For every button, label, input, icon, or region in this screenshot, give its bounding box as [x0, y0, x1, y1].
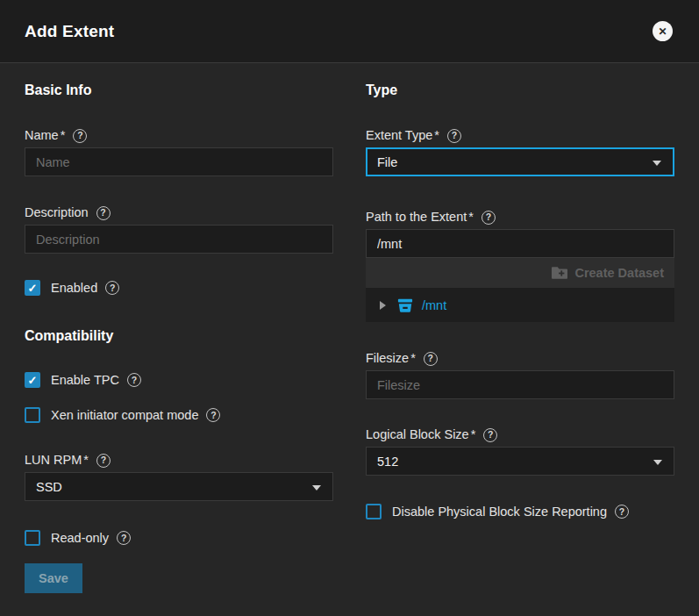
filesize-input[interactable] [366, 370, 674, 399]
check-icon: ✓ [28, 283, 38, 294]
dialog-title: Add Extent [25, 22, 114, 41]
help-icon[interactable]: ? [483, 428, 497, 442]
read-only-label: Read-only [51, 531, 109, 545]
read-only-checkbox[interactable] [25, 530, 40, 546]
help-icon[interactable]: ? [73, 129, 87, 143]
help-icon[interactable]: ? [424, 352, 438, 366]
required-marker: * [83, 452, 89, 469]
path-file-browser: Create Dataset /mnt [366, 226, 674, 322]
logical-block-size-label: Logical Block Size* ? [366, 426, 674, 443]
chevron-down-icon [653, 460, 662, 465]
required-marker: * [410, 350, 416, 367]
create-dataset-label: Create Dataset [574, 266, 664, 280]
help-icon[interactable]: ? [615, 505, 629, 519]
check-icon: ✓ [28, 375, 38, 386]
required-marker: * [61, 127, 66, 144]
add-extent-dialog: Add Extent ✕ Basic Info Name* ? Descript… [0, 0, 699, 616]
left-column: Basic Info Name* ? Description ? ✓ Enabl… [25, 82, 333, 593]
xen-compat-checkbox-row[interactable]: Xen initiator compat mode ? [25, 407, 333, 423]
name-input[interactable] [25, 147, 333, 176]
dataset-icon [396, 297, 414, 313]
help-icon[interactable]: ? [96, 454, 111, 468]
read-only-checkbox-row[interactable]: Read-only ? [25, 530, 333, 546]
help-icon[interactable]: ? [117, 531, 131, 545]
chevron-down-icon [312, 485, 321, 491]
logical-block-size-value: 512 [377, 455, 398, 469]
lun-rpm-value: SSD [36, 480, 62, 494]
tree-item-label[interactable]: /mnt [422, 298, 446, 312]
tree-row-mnt[interactable]: /mnt [366, 288, 674, 322]
type-heading: Type [366, 82, 674, 98]
description-input[interactable] [25, 225, 333, 254]
extent-type-label: Extent Type* ? [366, 127, 674, 144]
xen-compat-checkbox[interactable] [25, 407, 40, 423]
right-column: Type Extent Type* ? File Path to the Ext… [366, 82, 674, 593]
logical-block-size-select[interactable]: 512 [366, 447, 674, 476]
dialog-content: Basic Info Name* ? Description ? ✓ Enabl… [0, 63, 699, 593]
enabled-checkbox-row[interactable]: ✓ Enabled ? [25, 280, 333, 296]
help-icon[interactable]: ? [447, 129, 461, 143]
required-marker: * [434, 127, 439, 144]
disable-pbs-checkbox-row[interactable]: Disable Physical Block Size Reporting ? [366, 504, 674, 519]
create-dataset-button[interactable]: Create Dataset [552, 266, 664, 280]
basic-info-heading: Basic Info [25, 82, 333, 98]
lun-rpm-label: LUN RPM* ? [25, 452, 333, 469]
enable-tpc-checkbox[interactable]: ✓ [25, 372, 40, 388]
path-input[interactable] [366, 229, 674, 258]
required-marker: * [468, 209, 474, 226]
xen-compat-label: Xen initiator compat mode [51, 408, 198, 422]
folder-plus-icon [552, 266, 567, 280]
name-label: Name* ? [25, 127, 333, 144]
extent-type-select[interactable]: File [366, 147, 674, 176]
filesize-label: Filesize* ? [366, 350, 674, 367]
lun-rpm-select[interactable]: SSD [25, 472, 333, 501]
description-label: Description ? [25, 204, 333, 221]
close-icon[interactable]: ✕ [653, 21, 673, 41]
enabled-checkbox[interactable]: ✓ [25, 280, 40, 296]
expander-icon[interactable] [380, 301, 386, 310]
dialog-header: Add Extent ✕ [0, 0, 699, 63]
help-icon[interactable]: ? [105, 281, 119, 295]
path-label: Path to the Extent* ? [366, 209, 674, 226]
enable-tpc-checkbox-row[interactable]: ✓ Enable TPC ? [25, 372, 333, 388]
disable-pbs-checkbox[interactable] [366, 504, 382, 519]
enabled-label: Enabled [51, 281, 97, 295]
compatibility-heading: Compatibility [25, 327, 333, 344]
save-button[interactable]: Save [25, 563, 82, 593]
help-icon[interactable]: ? [206, 408, 220, 422]
help-icon[interactable]: ? [127, 373, 141, 387]
enable-tpc-label: Enable TPC [51, 373, 119, 387]
required-marker: * [471, 426, 476, 443]
help-icon[interactable]: ? [481, 211, 496, 225]
chevron-down-icon [653, 161, 661, 166]
disable-pbs-label: Disable Physical Block Size Reporting [392, 505, 607, 519]
help-icon[interactable]: ? [96, 206, 111, 220]
file-browser-action-row: Create Dataset [366, 258, 674, 288]
extent-type-value: File [377, 155, 397, 169]
